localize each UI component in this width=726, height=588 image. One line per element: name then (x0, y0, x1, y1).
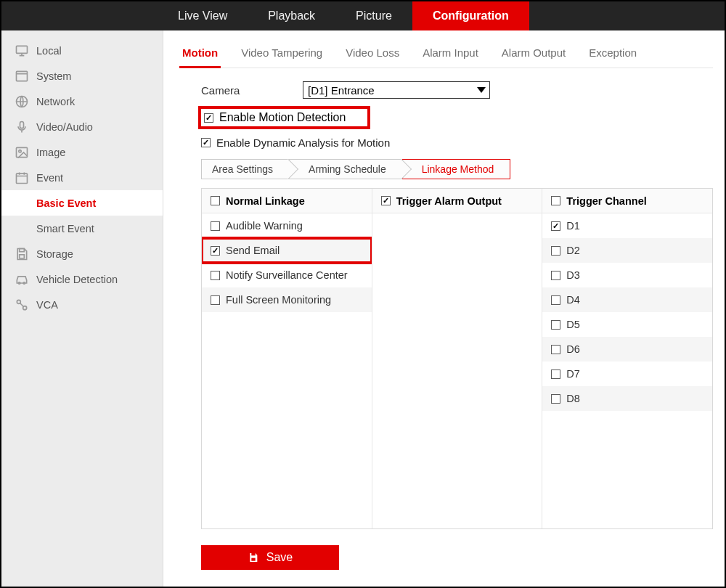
svg-rect-13 (251, 553, 255, 555)
camera-select[interactable]: [D1] Entrance (303, 81, 490, 99)
svg-rect-0 (17, 46, 28, 53)
svg-rect-1 (17, 71, 28, 81)
row-label: D3 (566, 269, 580, 281)
col-trigger-alarm-output: Trigger Alarm Output (372, 189, 543, 528)
svg-rect-6 (17, 173, 28, 183)
step-arming-schedule[interactable]: Arming Schedule (289, 159, 403, 179)
col-trigger-channel: Trigger Channel D1 D2 D3 D4 D5 D6 D7 D8 (542, 189, 712, 528)
svg-rect-4 (17, 147, 28, 157)
enable-motion-checkbox[interactable] (204, 113, 213, 123)
save-icon (248, 552, 259, 563)
enable-motion-highlight: Enable Motion Detection (198, 106, 370, 129)
save-label: Save (266, 551, 293, 564)
linkage-table: Normal Linkage Audible Warning Send Emai… (201, 188, 713, 529)
enable-motion-label: Enable Motion Detection (219, 111, 346, 124)
tab-exception[interactable]: Exception (586, 39, 640, 68)
main-panel: Motion Video Tampering Video Loss Alarm … (163, 30, 725, 587)
svg-rect-3 (20, 121, 24, 128)
sidebar-item-event[interactable]: Event (1, 165, 163, 190)
sidebar-label: Network (36, 96, 75, 107)
tab-alarm-output[interactable]: Alarm Output (499, 39, 568, 68)
sidebar-item-local[interactable]: Local (1, 38, 163, 63)
topnav-live-view[interactable]: Live View (158, 1, 248, 30)
enable-dynamic-checkbox[interactable] (201, 138, 211, 147)
row-label: D7 (566, 368, 580, 380)
car-icon (15, 272, 29, 287)
d3-checkbox[interactable] (551, 271, 560, 280)
sidebar-item-storage[interactable]: Storage (1, 241, 163, 266)
notify-center-checkbox[interactable] (211, 271, 220, 280)
d2-checkbox[interactable] (551, 246, 560, 256)
sidebar-label: Video/Audio (36, 121, 93, 133)
sidebar-label: Vehicle Detection (36, 274, 118, 285)
svg-point-5 (19, 150, 21, 152)
tab-video-tampering[interactable]: Video Tampering (238, 39, 325, 68)
event-subtabs: Motion Video Tampering Video Loss Alarm … (179, 30, 713, 68)
sidebar-label: Image (36, 147, 65, 158)
tab-alarm-input[interactable]: Alarm Input (420, 39, 481, 68)
top-nav: Live View Playback Picture Configuration (1, 1, 725, 30)
trigger-alarm-header: Trigger Alarm Output (396, 195, 502, 207)
trigger-alarm-header-checkbox[interactable] (381, 196, 391, 205)
row-label: D2 (566, 245, 580, 256)
enable-dynamic-label: Enable Dynamic Analysis for Motion (216, 136, 390, 149)
link-icon (15, 298, 29, 312)
tab-motion[interactable]: Motion (179, 39, 221, 68)
image-icon (15, 145, 29, 160)
send-email-checkbox[interactable] (211, 246, 220, 256)
camera-label: Camera (201, 84, 303, 97)
svg-rect-7 (20, 248, 25, 251)
send-email-row-highlight: Send Email (202, 238, 372, 263)
sidebar-label: System (36, 70, 71, 82)
d7-checkbox[interactable] (551, 369, 560, 379)
row-label: D6 (566, 343, 580, 355)
full-screen-checkbox[interactable] (211, 295, 220, 305)
sidebar-sub-basic-event[interactable]: Basic Event (1, 190, 163, 216)
step-linkage-method[interactable]: Linkage Method (402, 159, 511, 179)
row-label: D4 (566, 294, 580, 306)
row-label: Send Email (226, 245, 280, 256)
row-label: D5 (566, 319, 580, 330)
d1-checkbox[interactable] (551, 221, 560, 231)
trigger-channel-header: Trigger Channel (566, 195, 646, 207)
monitor-icon (15, 44, 29, 58)
row-label: D1 (566, 220, 580, 232)
topnav-picture[interactable]: Picture (335, 1, 412, 30)
trigger-channel-header-checkbox[interactable] (551, 196, 560, 205)
row-label: Notify Surveillance Center (226, 269, 348, 281)
row-label: Full Screen Monitoring (226, 294, 331, 306)
sidebar-label: Event (36, 172, 63, 184)
sidebar: Local System Network Video/Audio Image E… (1, 30, 163, 587)
d8-checkbox[interactable] (551, 394, 560, 404)
col-normal-linkage: Normal Linkage Audible Warning Send Emai… (202, 189, 372, 528)
d5-checkbox[interactable] (551, 320, 560, 330)
sidebar-item-network[interactable]: Network (1, 89, 163, 114)
normal-linkage-header-checkbox[interactable] (211, 196, 220, 205)
row-label: Audible Warning (226, 220, 303, 232)
svg-rect-8 (20, 254, 25, 258)
save-button[interactable]: Save (201, 545, 339, 570)
sidebar-item-vehicle-detection[interactable]: Vehicle Detection (1, 266, 163, 292)
sidebar-item-video-audio[interactable]: Video/Audio (1, 114, 163, 139)
calendar-icon (15, 171, 29, 185)
save-icon (15, 247, 29, 261)
window-icon (15, 69, 29, 83)
sidebar-item-image[interactable]: Image (1, 139, 163, 165)
audible-warning-checkbox[interactable] (211, 221, 220, 231)
d6-checkbox[interactable] (551, 345, 560, 354)
topnav-playback[interactable]: Playback (248, 1, 335, 30)
sidebar-label: VCA (36, 299, 58, 311)
sidebar-label: Storage (36, 248, 73, 260)
sidebar-sub-smart-event[interactable]: Smart Event (1, 216, 163, 241)
sidebar-item-vca[interactable]: VCA (1, 292, 163, 317)
sidebar-label: Local (36, 45, 62, 57)
step-area-settings[interactable]: Area Settings (201, 159, 290, 179)
sidebar-item-system[interactable]: System (1, 63, 163, 89)
d4-checkbox[interactable] (551, 295, 560, 305)
topnav-configuration[interactable]: Configuration (412, 1, 529, 30)
tab-video-loss[interactable]: Video Loss (343, 39, 402, 68)
mic-icon (15, 120, 29, 134)
globe-icon (15, 94, 29, 109)
svg-rect-14 (251, 558, 255, 561)
normal-linkage-header: Normal Linkage (226, 195, 305, 207)
